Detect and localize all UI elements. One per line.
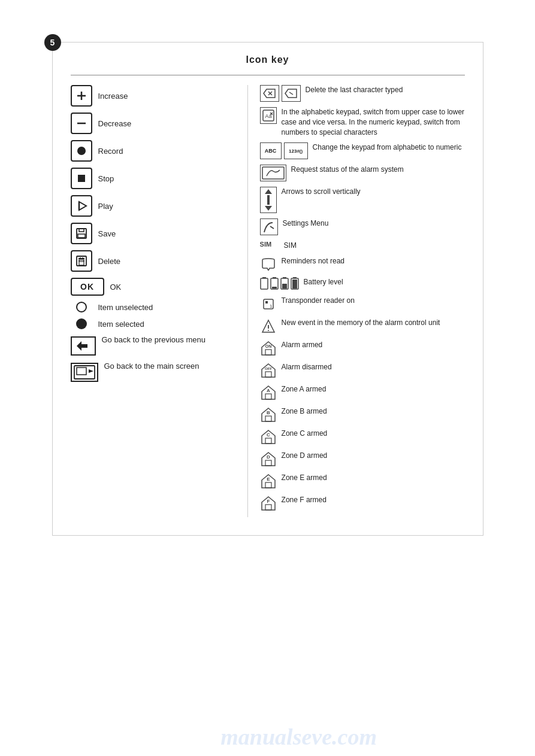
- list-item: Stop: [71, 168, 235, 189]
- list-item: E Zone E armed: [260, 473, 465, 490]
- alpha-switch-desc: In the alphabetic keypad, switch from up…: [282, 107, 465, 137]
- list-item: Go back to the previous menu: [71, 335, 235, 356]
- svg-marker-18: [77, 341, 87, 351]
- list-item: A Zone A armed: [260, 384, 465, 401]
- main-screen-icon: [71, 363, 98, 382]
- settings-icon: [260, 218, 278, 235]
- list-item: Arrows to scroll vertically: [260, 187, 465, 213]
- svg-rect-8: [79, 229, 84, 232]
- zone-c-icon: C: [260, 429, 277, 445]
- columns: Increase Decrease Record: [71, 85, 465, 517]
- play-label: Play: [98, 202, 113, 211]
- zone-d-desc: Zone D armed: [282, 451, 465, 461]
- svg-line-26: [289, 92, 293, 95]
- list-item: Play: [71, 195, 235, 217]
- delete-char-desc: Delete the last character typed: [306, 85, 465, 95]
- svg-rect-54: [265, 350, 271, 355]
- keypad-switch-desc: Change the keypad from alphabetic to num…: [313, 142, 465, 153]
- page-container: 5 Icon key Increase Decrease: [0, 42, 535, 756]
- main-screen-label: Go back to the main screen: [104, 362, 200, 371]
- list-item: Item unselected: [71, 302, 235, 312]
- scroll-icon: [260, 187, 277, 213]
- svg-rect-69: [265, 460, 271, 466]
- stop-icon: [71, 168, 92, 189]
- svg-marker-21: [89, 369, 93, 373]
- alarm-status-desc: Request status of the alarm system: [291, 165, 465, 175]
- list-item: Decrease: [71, 113, 235, 134]
- svg-rect-40: [272, 287, 277, 289]
- numeric-icon: 123#(): [284, 142, 308, 159]
- svg-rect-11: [78, 258, 84, 260]
- decrease-label: Decrease: [98, 119, 132, 128]
- svg-text:B: B: [267, 410, 270, 415]
- backspace-icon-1: [260, 85, 279, 102]
- list-item: New event in the memory of the alarm con…: [260, 318, 465, 335]
- go-back-label: Go back to the previous menu: [102, 335, 205, 344]
- delete-icon: [71, 250, 92, 272]
- list-item: Settings Menu: [260, 218, 465, 235]
- watermark: manualseve.com: [220, 724, 377, 750]
- zone-d-icon: D: [260, 451, 277, 467]
- list-item: D Zone D armed: [260, 451, 465, 467]
- record-icon: [71, 140, 92, 162]
- save-icon: [71, 223, 92, 244]
- svg-rect-46: [292, 280, 297, 289]
- zone-e-desc: Zone E armed: [282, 473, 465, 483]
- alarm-armed-desc: Alarm armed: [282, 340, 465, 350]
- list-item: Request status of the alarm system: [260, 165, 465, 181]
- list-item: Item selected: [71, 318, 235, 329]
- list-item: ON Alarm armed: [260, 340, 465, 357]
- ok-icon: OK: [71, 278, 104, 296]
- svg-text:1: 1: [270, 303, 273, 309]
- svg-rect-4: [78, 175, 85, 182]
- list-item: B Zone B armed: [260, 406, 465, 423]
- ok-label: OK: [110, 283, 122, 292]
- svg-rect-12: [79, 260, 84, 262]
- item-selected-label: Item selected: [98, 320, 144, 329]
- svg-rect-75: [265, 505, 271, 510]
- list-item: Save: [71, 223, 235, 244]
- zone-f-icon: F: [260, 495, 277, 512]
- svg-rect-48: [265, 301, 268, 303]
- svg-rect-43: [282, 284, 287, 289]
- svg-line-35: [270, 226, 274, 229]
- svg-rect-66: [265, 438, 271, 444]
- svg-point-3: [77, 147, 86, 155]
- zone-c-desc: Zone C armed: [282, 429, 465, 439]
- svg-text:ON: ON: [265, 344, 271, 348]
- scroll-desc: Arrows to scroll vertically: [282, 187, 465, 197]
- record-label: Record: [98, 147, 123, 156]
- zone-a-desc: Zone A armed: [282, 384, 465, 394]
- svg-text:F: F: [267, 499, 270, 504]
- svg-text:A: A: [267, 388, 270, 393]
- zone-b-desc: Zone B armed: [282, 406, 465, 417]
- increase-label: Increase: [98, 92, 128, 101]
- alarm-disarmed-desc: Alarm disarmed: [282, 362, 465, 372]
- svg-text:E: E: [267, 476, 270, 482]
- right-column: Delete the last character typed Aa In th…: [248, 85, 465, 517]
- list-item: Delete the last character typed: [260, 85, 465, 102]
- alarm-disarmed-icon: OFF: [260, 362, 277, 379]
- zone-e-icon: E: [260, 473, 277, 490]
- list-item: Go back to the main screen: [71, 362, 235, 382]
- item-unselected-icon: [71, 302, 92, 312]
- zone-b-icon: B: [260, 406, 277, 423]
- svg-point-52: [268, 330, 269, 331]
- svg-text:D: D: [267, 454, 270, 460]
- battery-icons: [260, 277, 299, 290]
- svg-marker-5: [79, 202, 86, 210]
- zone-a-icon: A: [260, 384, 277, 401]
- item-selected-icon: [71, 318, 92, 329]
- svg-rect-33: [267, 195, 270, 205]
- transponder-icon: 1: [260, 296, 277, 312]
- zone-f-desc: Zone F armed: [282, 495, 465, 505]
- sim-desc: SIM: [284, 241, 465, 251]
- increase-icon: [71, 85, 92, 107]
- battery-desc: Battery level: [304, 277, 465, 287]
- stop-label: Stop: [98, 174, 114, 183]
- svg-marker-34: [265, 206, 272, 211]
- content-card: 5 Icon key Increase Decrease: [52, 42, 483, 536]
- reminders-icon: [260, 256, 277, 272]
- list-item: Record: [71, 140, 235, 162]
- section-badge: 5: [44, 34, 61, 51]
